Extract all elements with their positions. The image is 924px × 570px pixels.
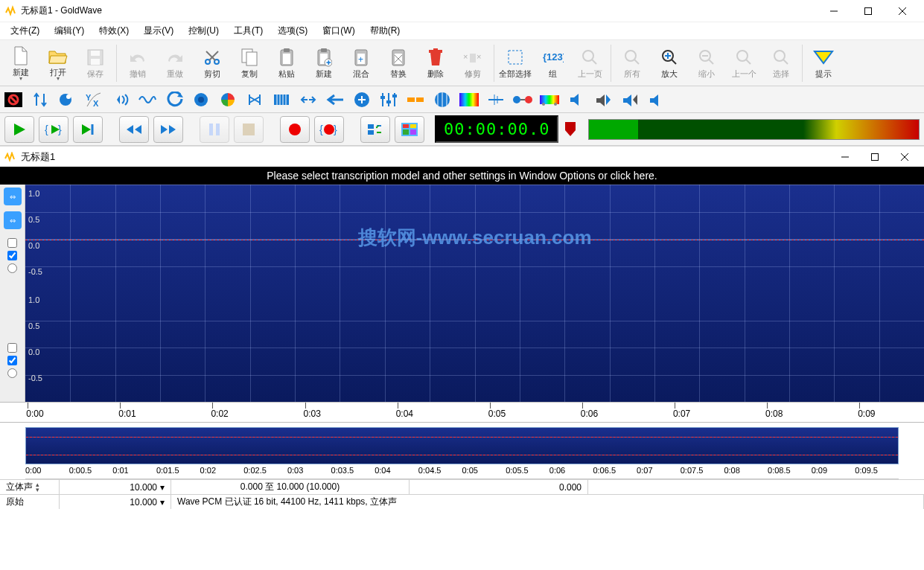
expand-icon[interactable]: ⇔: [4, 211, 22, 229]
fx-reverb-icon[interactable]: [432, 89, 453, 110]
trim-button[interactable]: ××修剪: [455, 42, 491, 85]
fx-pitch-icon[interactable]: [351, 89, 372, 110]
svg-marker-94: [82, 124, 91, 135]
fx-noise-gate-icon[interactable]: [405, 89, 426, 110]
prev-page-button[interactable]: 上一页: [572, 42, 608, 85]
effects-toolbar: YX: [0, 86, 924, 113]
zoom-all-button[interactable]: 所有: [614, 42, 650, 85]
minimize-button[interactable]: [817, 0, 851, 22]
rewind-button[interactable]: [119, 116, 149, 143]
properties-button[interactable]: ✔: [360, 116, 390, 143]
paste-button[interactable]: 粘贴: [269, 42, 305, 85]
right-enable-checkbox[interactable]: [3, 356, 22, 365]
redo-button[interactable]: 重做: [157, 42, 193, 85]
fx-mechanize-icon[interactable]: [271, 89, 292, 110]
mix-button[interactable]: +混合: [343, 42, 379, 85]
stop-button[interactable]: [234, 116, 264, 143]
fx-interpolate-icon[interactable]: [244, 89, 265, 110]
menu-control[interactable]: 控制(U): [181, 23, 226, 39]
svg-point-37: [625, 51, 636, 61]
undo-button[interactable]: 撤销: [120, 42, 156, 85]
group-button[interactable]: {123}组: [535, 42, 570, 85]
svg-rect-74: [416, 97, 424, 102]
left-solo-radio[interactable]: [3, 263, 22, 273]
fx-fade-in-icon[interactable]: [593, 89, 614, 110]
overview-label: 0:01: [112, 466, 128, 475]
dropdown-icon[interactable]: ▾: [160, 497, 165, 507]
maximize-button[interactable]: [851, 0, 885, 22]
record-selection-button[interactable]: {}: [314, 116, 344, 143]
open-button[interactable]: 打开▾: [40, 42, 76, 85]
play-button[interactable]: [4, 116, 34, 143]
delete-button[interactable]: 删除: [418, 42, 453, 85]
copy-button[interactable]: 复制: [232, 42, 267, 85]
fx-silence-icon[interactable]: [485, 89, 506, 110]
svg-marker-115: [565, 122, 576, 136]
select-all-button[interactable]: 全部选择: [497, 42, 533, 85]
status-format: 原始: [6, 496, 24, 508]
menu-help[interactable]: 帮助(R): [363, 23, 408, 39]
fx-echo-icon[interactable]: [110, 89, 131, 110]
fx-offset-icon[interactable]: [298, 89, 319, 110]
fx-stereo-icon[interactable]: [512, 89, 533, 110]
prev-button[interactable]: 上一个: [726, 42, 762, 85]
zoom-sel-button[interactable]: 选择: [763, 42, 799, 85]
expand-icon[interactable]: ⇔: [4, 188, 22, 205]
fx-compressor-icon[interactable]: [137, 89, 158, 110]
play-from-button[interactable]: [73, 116, 103, 143]
fx-mute-icon[interactable]: [646, 89, 667, 110]
menu-edit[interactable]: 编辑(Y): [47, 23, 92, 39]
doc-close-button[interactable]: [890, 147, 920, 167]
replace-button[interactable]: 替换: [380, 42, 416, 85]
fx-doppler-icon[interactable]: [57, 89, 77, 110]
doc-minimize-button[interactable]: [830, 147, 860, 167]
menu-tool[interactable]: 工具(T): [226, 23, 270, 39]
fx-fade-out-icon[interactable]: [619, 89, 640, 110]
fx-flanger-icon[interactable]: [191, 89, 211, 110]
cut-button[interactable]: 剪切: [194, 42, 230, 85]
right-solo-radio[interactable]: [3, 368, 22, 378]
new-button[interactable]: 新建▾: [3, 42, 39, 85]
right-mute-checkbox[interactable]: [3, 343, 22, 353]
fx-equalizer-icon[interactable]: [378, 89, 399, 110]
save-button[interactable]: 保存: [77, 42, 113, 85]
zoom-out-button[interactable]: 缩小: [689, 42, 724, 85]
waveform-canvas[interactable]: 搜软网-www.secruan.com 1.00.50.0-0.51.00.50…: [25, 185, 924, 402]
svg-point-55: [66, 95, 71, 99]
visual-button[interactable]: [395, 116, 424, 143]
paste-new-button[interactable]: ✚新建: [306, 42, 342, 85]
pause-button[interactable]: [200, 116, 229, 143]
close-button[interactable]: [885, 0, 920, 22]
hint-button[interactable]: 提示: [806, 42, 841, 85]
menu-file[interactable]: 文件(Z): [3, 23, 47, 39]
fx-dynamics-icon[interactable]: YX: [83, 89, 104, 110]
fx-spectrum2-icon[interactable]: [539, 89, 560, 110]
fx-arrow-left-icon[interactable]: [325, 89, 345, 110]
forward-button[interactable]: [153, 116, 183, 143]
spinner-icon[interactable]: ▴▾: [36, 482, 39, 493]
fx-reverse-icon[interactable]: [164, 89, 185, 110]
doc-maximize-button[interactable]: [860, 147, 890, 167]
overview-canvas[interactable]: [25, 427, 899, 464]
svg-marker-97: [135, 125, 141, 134]
fx-spectrum-icon[interactable]: [459, 89, 479, 110]
dropdown-icon[interactable]: ▾: [160, 482, 165, 493]
left-enable-checkbox[interactable]: [3, 251, 22, 260]
time-ruler[interactable]: 0:000:010:020:030:040:050:060:070:080:09: [0, 402, 924, 423]
menu-view[interactable]: 显示(V): [136, 23, 181, 39]
record-button[interactable]: [280, 116, 310, 143]
fx-volume-icon[interactable]: [566, 89, 587, 110]
menu-window[interactable]: 窗口(W): [315, 23, 362, 39]
transcription-banner[interactable]: Please select transcription model and ot…: [0, 167, 924, 185]
overview-ruler[interactable]: 0:000:00.50:010:01.50:020:02.50:030:03.5…: [25, 464, 899, 479]
left-mute-checkbox[interactable]: [3, 238, 22, 248]
play-selection-button[interactable]: {}: [39, 116, 68, 143]
menu-options[interactable]: 选项(S): [270, 23, 315, 39]
fx-pinwheel-icon[interactable]: [217, 89, 238, 110]
amp-label: 0.5: [28, 321, 39, 330]
fx-censor-icon[interactable]: [3, 89, 24, 110]
zoom-in-button[interactable]: 放大: [651, 42, 687, 85]
menu-effect[interactable]: 特效(X): [92, 23, 136, 39]
fx-swap-icon[interactable]: [30, 89, 51, 110]
svg-rect-100: [209, 124, 213, 135]
